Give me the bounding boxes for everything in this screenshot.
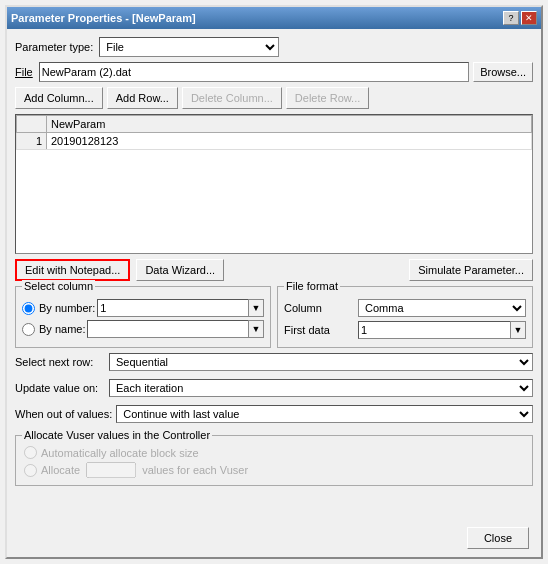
update-value-row: Update value on: Each iteration xyxy=(15,379,533,397)
by-number-input[interactable] xyxy=(97,299,248,317)
select-column-title: Select column xyxy=(22,280,95,292)
by-name-row: By name: ▼ xyxy=(22,320,264,338)
by-number-row: By number: ▼ xyxy=(22,299,264,317)
by-number-radio[interactable] xyxy=(22,302,35,315)
col-header-newparam: NewParam xyxy=(47,116,532,133)
allocate-vuser-title: Allocate Vuser values in the Controller xyxy=(22,429,212,441)
window-content: Parameter type: File File Browse... Add … xyxy=(7,29,541,523)
main-window: Parameter Properties - [NewParam] ? ✕ Pa… xyxy=(5,5,543,559)
title-bar: Parameter Properties - [NewParam] ? ✕ xyxy=(7,7,541,29)
data-table: NewParam 1 20190128123 xyxy=(16,115,532,150)
first-data-label: First data xyxy=(284,324,354,336)
by-name-radio[interactable] xyxy=(22,323,35,336)
close-button[interactable]: Close xyxy=(467,527,529,549)
help-button[interactable]: ? xyxy=(503,11,519,25)
row-num-cell: 1 xyxy=(17,133,47,150)
edit-notepad-button[interactable]: Edit with Notepad... xyxy=(15,259,130,281)
first-data-arrow[interactable]: ▼ xyxy=(510,321,526,339)
browse-button[interactable]: Browse... xyxy=(473,62,533,82)
file-label: File xyxy=(15,66,33,78)
by-number-input-group: ▼ xyxy=(97,299,264,317)
update-value-label: Update value on: xyxy=(15,382,105,394)
allocate-label: Allocate xyxy=(41,464,80,476)
auto-allocate-row: Automatically allocate block size xyxy=(24,446,524,459)
first-data-input[interactable] xyxy=(358,321,510,339)
delete-column-button[interactable]: Delete Column... xyxy=(182,87,282,109)
file-format-title: File format xyxy=(284,280,340,292)
select-next-row-select[interactable]: Sequential xyxy=(109,353,533,371)
param-type-select[interactable]: File xyxy=(99,37,279,57)
file-format-box: File format Column Comma First data ▼ xyxy=(277,286,533,348)
file-row: File Browse... xyxy=(15,62,533,82)
by-name-label: By name: xyxy=(39,323,85,335)
footer: Close xyxy=(7,523,541,557)
allocate-count-input xyxy=(86,462,136,478)
first-data-input-group: ▼ xyxy=(358,321,526,339)
by-number-label: By number: xyxy=(39,302,95,314)
first-data-row: First data ▼ xyxy=(284,321,526,339)
file-input[interactable] xyxy=(39,62,469,82)
row-num-header xyxy=(17,116,47,133)
add-row-button[interactable]: Add Row... xyxy=(107,87,178,109)
row-value-cell[interactable]: 20190128123 xyxy=(47,133,532,150)
auto-allocate-label: Automatically allocate block size xyxy=(41,447,199,459)
allocate-vuser-box: Allocate Vuser values in the Controller … xyxy=(15,435,533,486)
toolbar: Add Column... Add Row... Delete Column..… xyxy=(15,87,533,109)
select-next-row-label: Select next row: xyxy=(15,356,105,368)
action-row: Edit with Notepad... Data Wizard... Simu… xyxy=(15,259,533,281)
data-wizard-button[interactable]: Data Wizard... xyxy=(136,259,224,281)
by-name-input-group: ▼ xyxy=(87,320,264,338)
add-column-button[interactable]: Add Column... xyxy=(15,87,103,109)
param-type-row: Parameter type: File xyxy=(15,37,533,57)
data-table-container: NewParam 1 20190128123 xyxy=(15,114,533,254)
column-format-row: Column Comma xyxy=(284,299,526,317)
column-select[interactable]: Comma xyxy=(358,299,526,317)
values-label: values for each Vuser xyxy=(142,464,248,476)
delete-row-button[interactable]: Delete Row... xyxy=(286,87,369,109)
manual-allocate-radio xyxy=(24,464,37,477)
two-col-section: Select column By number: ▼ By name: ▼ xyxy=(15,286,533,348)
manual-allocate-row: Allocate values for each Vuser xyxy=(24,462,524,478)
title-buttons: ? ✕ xyxy=(503,11,537,25)
select-next-row-row: Select next row: Sequential xyxy=(15,353,533,371)
table-row: 1 20190128123 xyxy=(17,133,532,150)
param-type-label: Parameter type: xyxy=(15,41,93,53)
window-title: Parameter Properties - [NewParam] xyxy=(11,12,196,24)
by-name-input[interactable] xyxy=(87,320,248,338)
by-name-arrow[interactable]: ▼ xyxy=(248,320,264,338)
window-close-button[interactable]: ✕ xyxy=(521,11,537,25)
update-value-select[interactable]: Each iteration xyxy=(109,379,533,397)
simulate-button[interactable]: Simulate Parameter... xyxy=(409,259,533,281)
column-label: Column xyxy=(284,302,354,314)
out-of-values-select[interactable]: Continue with last value xyxy=(116,405,533,423)
auto-allocate-radio xyxy=(24,446,37,459)
out-of-values-label: When out of values: xyxy=(15,408,112,420)
by-number-arrow[interactable]: ▼ xyxy=(248,299,264,317)
out-of-values-row: When out of values: Continue with last v… xyxy=(15,405,533,423)
select-column-box: Select column By number: ▼ By name: ▼ xyxy=(15,286,271,348)
